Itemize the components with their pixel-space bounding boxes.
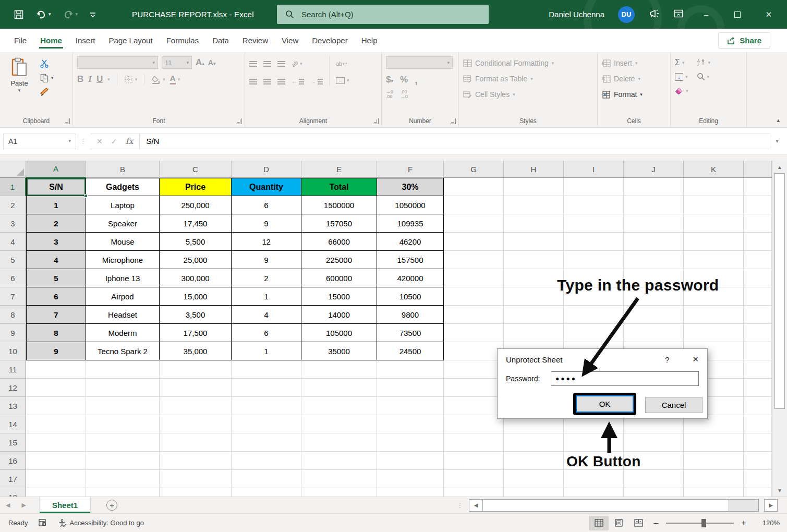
cell-J3[interactable] [624, 214, 684, 233]
column-header-E[interactable]: E [301, 161, 377, 178]
cell-B18[interactable] [86, 488, 160, 497]
cell-X5[interactable] [744, 251, 772, 269]
cell-F4[interactable]: 46200 [377, 233, 444, 251]
cell-H15[interactable] [504, 433, 564, 452]
dialog-title-bar[interactable]: Unprotect Sheet ? ✕ [498, 349, 707, 367]
cell-X17[interactable] [744, 470, 772, 488]
cell-F16[interactable] [377, 452, 444, 470]
column-header-I[interactable]: I [564, 161, 624, 178]
cell-K8[interactable] [684, 306, 744, 324]
cell-D1[interactable]: Quantity [232, 178, 301, 196]
cell-A12[interactable] [26, 379, 86, 397]
align-center-button[interactable] [263, 79, 271, 84]
cell-C12[interactable] [160, 379, 232, 397]
row-header-3[interactable]: 3 [0, 214, 26, 233]
column-header-C[interactable]: C [160, 161, 232, 178]
ribbon-display-options-button[interactable] [673, 8, 684, 21]
paste-button[interactable]: Paste ▾ [4, 56, 34, 97]
cell-styles-button[interactable]: Cell Styles ▾ [463, 89, 593, 100]
autosum-button[interactable]: Σ▾ [675, 57, 688, 68]
cell-B6[interactable]: Iphone 13 [86, 269, 160, 287]
cell-E9[interactable]: 105000 [301, 324, 377, 342]
row-header-8[interactable]: 8 [0, 306, 26, 324]
cell-F13[interactable] [377, 397, 444, 415]
column-header-K[interactable]: K [684, 161, 744, 178]
number-dialog-launcher-icon[interactable] [450, 118, 456, 124]
next-sheet-button[interactable]: ▶ [16, 502, 31, 509]
cell-K2[interactable] [684, 196, 744, 214]
avatar[interactable]: DU [618, 6, 635, 23]
cell-B5[interactable]: Microphone [86, 251, 160, 269]
undo-button[interactable]: ▾ [35, 9, 51, 20]
decrease-decimal-button[interactable]: .00→0 [401, 90, 408, 99]
cell-J8[interactable] [624, 306, 684, 324]
cell-E3[interactable]: 157050 [301, 214, 377, 233]
cell-X14[interactable] [744, 415, 772, 433]
cell-H5[interactable] [504, 251, 564, 269]
cell-H16[interactable] [504, 452, 564, 470]
column-header-D[interactable]: D [232, 161, 301, 178]
cell-I3[interactable] [564, 214, 624, 233]
tab-data[interactable]: Data [205, 30, 236, 51]
cell-I8[interactable] [564, 306, 624, 324]
cell-F1[interactable]: 30% [377, 178, 444, 196]
cell-F12[interactable] [377, 379, 444, 397]
cell-K17[interactable] [684, 470, 744, 488]
horizontal-scrollbar[interactable]: ◀ [469, 499, 759, 512]
vertical-scrollbar-thumb[interactable] [774, 173, 785, 409]
cell-G8[interactable] [444, 306, 504, 324]
align-bottom-button[interactable] [277, 61, 285, 67]
align-right-button[interactable] [277, 79, 285, 84]
cell-B12[interactable] [86, 379, 160, 397]
underline-button[interactable]: U [96, 74, 103, 84]
cell-J15[interactable] [624, 433, 684, 452]
cell-F17[interactable] [377, 470, 444, 488]
cell-E7[interactable]: 15000 [301, 287, 377, 306]
cell-B15[interactable] [86, 433, 160, 452]
cell-J5[interactable] [624, 251, 684, 269]
cell-F9[interactable]: 73500 [377, 324, 444, 342]
cell-K4[interactable] [684, 233, 744, 251]
cell-K16[interactable] [684, 452, 744, 470]
cell-C11[interactable] [160, 360, 232, 379]
cell-J18[interactable] [624, 488, 684, 497]
cell-G11[interactable] [444, 360, 504, 379]
fill-button[interactable]: ↓▾ [675, 71, 688, 82]
save-button[interactable] [14, 9, 24, 20]
cell-E12[interactable] [301, 379, 377, 397]
cell-C4[interactable]: 5,500 [160, 233, 232, 251]
horizontal-scrollbar-track[interactable] [729, 500, 758, 511]
cell-G3[interactable] [444, 214, 504, 233]
new-sheet-button[interactable]: + [106, 500, 117, 511]
cell-H17[interactable] [504, 470, 564, 488]
cell-E18[interactable] [301, 488, 377, 497]
enter-entry-button[interactable]: ✓ [111, 137, 117, 146]
cell-A17[interactable] [26, 470, 86, 488]
cell-D15[interactable] [232, 433, 301, 452]
dialog-close-button[interactable]: ✕ [692, 355, 699, 364]
alignment-dialog-launcher-icon[interactable] [373, 118, 379, 124]
row-header-7[interactable]: 7 [0, 287, 26, 306]
format-cells-button[interactable]: Format ▾ [602, 89, 666, 100]
wrap-text-button[interactable]: ab↩ [336, 58, 349, 69]
cell-K15[interactable] [684, 433, 744, 452]
cell-X15[interactable] [744, 433, 772, 452]
cell-D3[interactable]: 9 [232, 214, 301, 233]
cell-G13[interactable] [444, 397, 504, 415]
cell-E6[interactable]: 600000 [301, 269, 377, 287]
cell-I15[interactable] [564, 433, 624, 452]
cell-A15[interactable] [26, 433, 86, 452]
cell-X11[interactable] [744, 360, 772, 379]
cell-D12[interactable] [232, 379, 301, 397]
cell-D7[interactable]: 1 [232, 287, 301, 306]
cell-F6[interactable]: 420000 [377, 269, 444, 287]
cell-I2[interactable] [564, 196, 624, 214]
cell-I17[interactable] [564, 470, 624, 488]
tab-insert[interactable]: Insert [69, 30, 102, 51]
cell-C7[interactable]: 15,000 [160, 287, 232, 306]
cancel-entry-button[interactable]: ✕ [96, 137, 103, 146]
redo-button[interactable]: ▾ [63, 9, 78, 20]
align-top-button[interactable] [249, 61, 257, 67]
cell-X7[interactable] [744, 287, 772, 306]
column-header-G[interactable]: G [444, 161, 504, 178]
